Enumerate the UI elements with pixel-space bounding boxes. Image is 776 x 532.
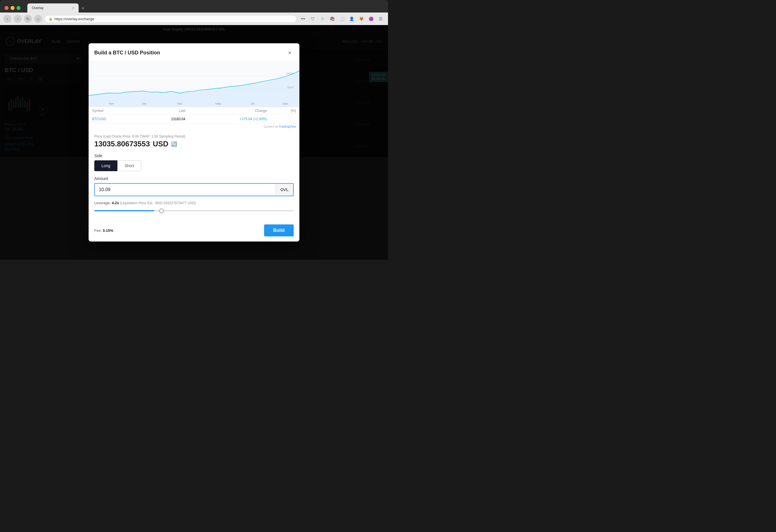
tabs-bar: Overlay × + [27,3,87,13]
maximize-window-button[interactable] [16,6,20,10]
svg-text:Jan: Jan [142,102,147,105]
long-button[interactable]: Long [94,160,118,171]
build-button[interactable]: Build [264,224,294,236]
col-pct-header: (%) [270,107,300,115]
menu-button[interactable]: ☰ [377,15,385,23]
quotes-by-text: Quotes by [263,125,278,128]
modal-close-button[interactable]: × [286,48,294,57]
forward-button[interactable]: › [14,15,22,23]
amount-currency-label: OVL [275,184,293,196]
amount-label: Amount [94,176,294,181]
symbol-link[interactable]: BTCUSD [92,117,106,121]
price-label: Price (Last Oracle Price: 8.0h TWAP; 1.0… [94,135,294,139]
tab-label: Overlay [32,6,44,10]
url-text: https://overlay.exchange [54,17,94,21]
leverage-value: 4.2x [112,201,119,205]
side-buttons: Long Short [94,160,294,171]
svg-text:May: May [216,102,221,105]
svg-text:Mar: Mar [177,102,182,105]
chart-data-row: BTCUSD 13183.04 +375.04 (+2.93%) [88,115,300,123]
col-last-header: Last [139,107,189,115]
col-change-header: Change [189,107,270,115]
extensions-button[interactable]: 📚 [328,15,336,23]
liquidation-estimate: (Liquidation Price Est.: 9932.0432270704… [119,201,196,205]
svg-text:Sep: Sep [282,102,288,105]
leverage-row: Leverage: 4.2x (Liquidation Price Est.: … [94,201,294,213]
side-label: Side [94,154,294,158]
last-value-cell: 13183.04 [139,115,189,123]
svg-text:Jul: Jul [251,102,254,105]
new-tab-button[interactable]: + [78,4,87,13]
modal-header: Build a BTC / USD Position × [88,43,300,61]
price-currency: USD [153,140,168,149]
short-button[interactable]: Short [118,160,141,171]
modal-chart-area: 10000 5000 Nov Jan Mar May Jul Sep [88,61,300,107]
tradingview-link[interactable]: TradingView [278,125,296,128]
change-value-cell: +375.04 (+2.93%) [189,115,270,123]
modal-title: Build a BTC / USD Position [94,50,160,56]
browser-chrome: Overlay × + ‹ › ↻ ⌂ 🔒 https://overlay.ex… [0,0,388,25]
modal-footer: Fee: 0.15% Build [88,222,300,242]
build-position-modal: Build a BTC / USD Position × 10000 5000 [88,43,300,242]
minimize-window-button[interactable] [11,6,15,10]
tab-close-button[interactable]: × [72,6,74,10]
fox-icon[interactable]: 🦊 [357,15,365,23]
reader-button[interactable]: ⬜ [338,15,346,23]
tradingview-attribution: Quotes by TradingView [88,123,300,129]
fee-label: Fee: 0.15% [94,228,114,233]
price-refresh-icon[interactable]: 🔄 [171,141,177,147]
traffic-lights [5,6,20,10]
bookmark-button[interactable]: 🛡 [309,15,317,23]
fee-prefix: Fee: [94,228,103,233]
refresh-button[interactable]: ↻ [24,15,32,23]
app-content: Total Supply: 100013.58419688453 OVL O O… [0,25,388,260]
home-button[interactable]: ⌂ [34,15,42,23]
nav-bar: ‹ › ↻ ⌂ 🔒 https://overlay.exchange ••• 🛡… [0,13,388,25]
nav-right: ••• 🛡 ☆ 📚 ⬜ 👤 🦊 🟣 ☰ [299,15,385,23]
modal-body: Price (Last Oracle Price: 8.0h TWAP; 1.0… [88,129,300,222]
amount-row: OVL [94,183,294,196]
modal-overlay: Build a BTC / USD Position × 10000 5000 [0,25,388,260]
close-window-button[interactable] [5,6,9,10]
back-button[interactable]: ‹ [3,15,11,23]
svg-text:Nov: Nov [109,102,114,105]
leverage-slider[interactable] [94,210,294,211]
lock-icon: 🔒 [49,17,53,21]
chart-data-table: Symbol Last Change (%) BTCUSD 13183.04 +… [88,107,300,123]
address-bar[interactable]: 🔒 https://overlay.exchange [44,15,297,23]
title-bar: Overlay × + [0,0,388,13]
more-button[interactable]: ••• [299,15,307,23]
leverage-label: Leverage: 4.2x (Liquidation Price Est.: … [94,201,294,205]
price-chart-svg: 10000 5000 Nov Jan Mar May Jul Sep [88,61,300,107]
profile-button[interactable]: 🟣 [367,15,375,23]
amount-input[interactable] [95,184,275,196]
star-button[interactable]: ☆ [319,15,327,23]
fee-value: 0.15% [103,228,114,233]
user-button[interactable]: 👤 [348,15,356,23]
leverage-prefix: Leverage: [94,201,112,205]
col-symbol-header: Symbol [88,107,139,115]
active-tab[interactable]: Overlay × [27,3,78,13]
price-number: 13035.80673553 [94,140,150,149]
price-display-row: 13035.80673553 USD 🔄 [94,140,294,149]
